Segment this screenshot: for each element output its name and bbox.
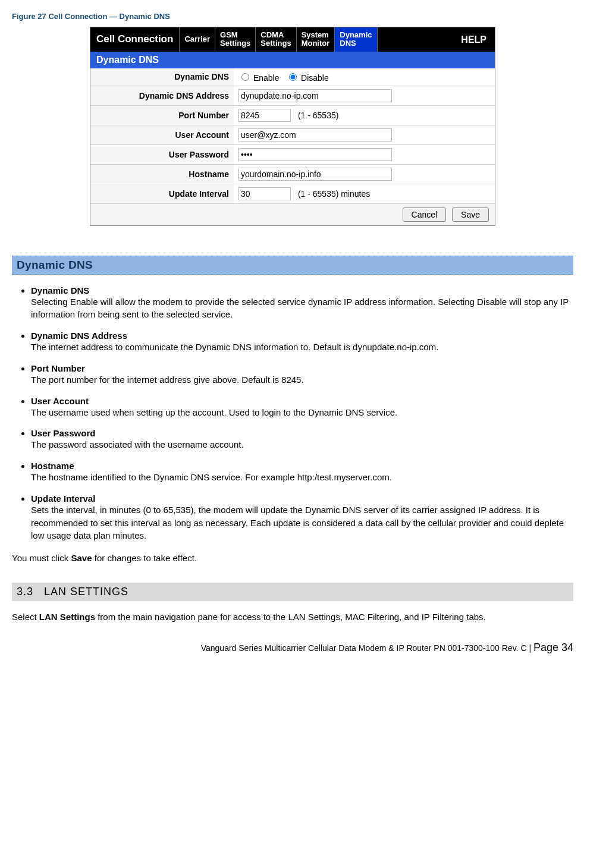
definition-term: Dynamic DNS [31,285,573,295]
definition-desc: The port number for the internet address… [31,373,573,386]
tab-cdma-settings[interactable]: CDMA Settings [256,27,296,52]
enable-radio[interactable] [241,73,249,81]
disable-radio[interactable] [289,73,297,81]
definition-item: Dynamic DNSSelecting Enable will allow t… [31,285,573,322]
screenshot-container: Cell Connection Carrier GSM Settings CDM… [12,27,573,226]
tab-gsm-settings[interactable]: GSM Settings [215,27,256,52]
definition-item: Dynamic DNS AddressThe internet address … [31,331,573,354]
definition-term: Port Number [31,363,573,373]
host-input[interactable] [238,168,392,181]
lan-text-bold: LAN Settings [39,612,95,622]
dyndns-label: Dynamic DNS [90,68,234,86]
save-note-bold: Save [71,553,92,563]
config-screenshot: Cell Connection Carrier GSM Settings CDM… [90,27,495,226]
definition-item: User PasswordThe password associated wit… [31,428,573,451]
section-heading-lan-settings: 3.3 LAN SETTINGS [12,583,573,601]
save-button[interactable]: Save [452,207,489,222]
definition-desc: The hostname identified to the Dynamic D… [31,471,573,484]
host-label: Hostname [90,164,234,184]
footer-sep: | [527,643,533,653]
definition-item: Port NumberThe port number for the inter… [31,363,573,386]
definition-item: Update IntervalSets the interval, in min… [31,493,573,542]
definition-term: Update Interval [31,493,573,504]
lan-text-post: from the main navigation pane for access… [95,612,486,622]
cancel-button[interactable]: Cancel [403,207,447,222]
definition-desc: The password associated with the usernam… [31,438,573,451]
footer-product: Vanguard Series Multicarrier Cellular Da… [201,643,527,653]
disable-label: Disable [301,73,329,83]
interval-hint: (1 - 65535) minutes [298,189,370,199]
definition-item: User AccountThe username used when setti… [31,396,573,419]
port-hint: (1 - 65535) [298,111,338,120]
save-note-post: for changes to take effect. [92,553,197,563]
tab-dynamic-dns[interactable]: Dynamic DNS [335,27,377,52]
tab-help[interactable]: HELP [453,27,495,52]
lan-settings-text: Select LAN Settings from the main naviga… [12,611,573,624]
definition-desc: The internet address to communicate the … [31,341,573,354]
tab-bar: Cell Connection Carrier GSM Settings CDM… [90,27,495,52]
button-row: Cancel Save [90,204,495,225]
heading-text: LAN SETTINGS [44,586,128,597]
address-input[interactable] [238,89,392,102]
pass-input[interactable] [238,148,392,161]
definition-desc: Sets the interval, in minutes (0 to 65,5… [31,504,573,542]
port-label: Port Number [90,105,234,125]
definition-desc: Selecting Enable will allow the modem to… [31,295,573,322]
footer-page: Page 34 [533,641,573,653]
lan-text-pre: Select [12,612,39,622]
definition-term: Dynamic DNS Address [31,331,573,341]
page-footer: Vanguard Series Multicarrier Cellular Da… [12,641,573,654]
definition-desc: The username used when setting up the ac… [31,406,573,419]
tab-system-monitor[interactable]: System Monitor [297,27,335,52]
save-note: You must click Save for changes to take … [12,552,573,565]
heading-number: 3.3 [17,586,40,598]
section-heading-dynamic-dns: Dynamic DNS [12,256,573,275]
panel-title: Dynamic DNS [90,52,495,68]
user-input[interactable] [238,128,392,141]
definition-item: HostnameThe hostname identified to the D… [31,461,573,484]
pass-label: User Password [90,144,234,164]
figure-caption: Figure 27 Cell Connection — Dynamic DNS [12,12,573,21]
definition-term: User Password [31,428,573,438]
tab-cell-connection[interactable]: Cell Connection [90,27,180,52]
user-label: User Account [90,125,234,144]
address-label: Dynamic DNS Address [90,86,234,105]
save-note-pre: You must click [12,553,71,563]
definition-term: User Account [31,396,573,406]
tab-carrier[interactable]: Carrier [180,27,215,52]
definition-term: Hostname [31,461,573,471]
definitions-list: Dynamic DNSSelecting Enable will allow t… [12,285,573,543]
enable-label: Enable [253,73,280,83]
interval-input[interactable] [238,187,291,200]
interval-label: Update Interval [90,184,234,203]
settings-form: Dynamic DNS Enable Disable Dynamic DNS A… [90,68,495,204]
port-input[interactable] [238,109,291,122]
